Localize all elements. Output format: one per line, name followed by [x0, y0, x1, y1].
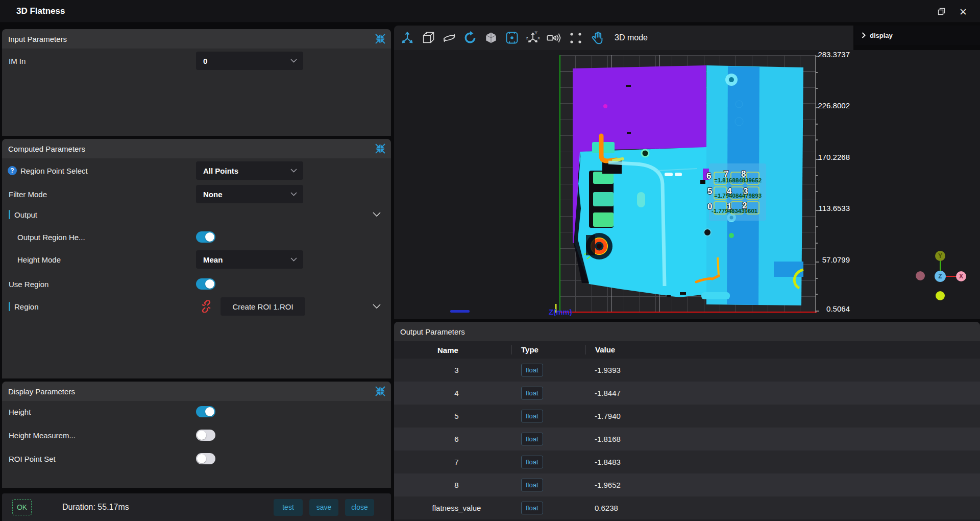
- height-mode-value: Mean: [203, 255, 223, 264]
- table-header-row: Name Type Value: [394, 341, 980, 359]
- svg-text:X: X: [959, 273, 963, 280]
- heightmap-pointcloud: 678 543 012 =1.816884839652 =1.794084479…: [559, 55, 821, 313]
- filter-mode-dropdown[interactable]: None: [196, 185, 303, 203]
- axes-3d-icon[interactable]: [399, 29, 415, 46]
- close-icon[interactable]: ✕: [957, 5, 970, 18]
- chevron-down-icon: [290, 59, 297, 63]
- height-mode-dropdown[interactable]: Mean: [196, 250, 303, 269]
- table-row[interactable]: 5 float -1.7940: [394, 405, 980, 428]
- z-tick-label: 0.5064: [809, 304, 850, 313]
- help-icon[interactable]: ?: [8, 166, 17, 175]
- computed-parameters-header: Computed Parameters: [2, 139, 391, 158]
- save-button[interactable]: save: [309, 499, 338, 516]
- cell-value: -1.8483: [585, 458, 980, 466]
- cell-name: 8: [394, 481, 511, 489]
- viewer-toolbar: YXz 3D mode: [394, 26, 853, 50]
- output-group-label: Output: [14, 210, 37, 219]
- height-row: Height: [2, 402, 391, 421]
- table-row[interactable]: 8 float -1.9652: [394, 473, 980, 496]
- svg-text:6: 6: [706, 171, 711, 181]
- cell-value: -1.9393: [585, 366, 980, 374]
- roi-point-set-label: ROI Point Set: [9, 455, 56, 463]
- input-parameters-section: Input Parameters IM In 0: [2, 29, 391, 136]
- region-point-select-row: ? Region Point Select All Points: [2, 159, 391, 182]
- table-row[interactable]: 4 float -1.8447: [394, 382, 980, 405]
- height-toggle[interactable]: [196, 406, 215, 417]
- region-group-label: Region: [14, 302, 39, 311]
- z-tick-label: 170.2268: [809, 153, 850, 161]
- region-group-row: Region Create ROI 1.ROI: [2, 295, 391, 318]
- cell-value: 0.6238: [585, 504, 980, 512]
- table-row[interactable]: 6 float -1.8168: [394, 428, 980, 451]
- height-measurement-toggle[interactable]: [196, 430, 215, 441]
- display-parameters-title: Display Parameters: [8, 387, 75, 396]
- type-badge: float: [521, 387, 543, 399]
- display-panel-header[interactable]: display: [854, 26, 980, 45]
- close-button[interactable]: close: [345, 499, 374, 516]
- height-measurement-label: Height Measurem...: [9, 431, 76, 440]
- column-value: Value: [585, 345, 980, 354]
- chevron-down-icon[interactable]: [373, 304, 381, 309]
- chevron-right-icon: [862, 32, 866, 38]
- cell-name: 5: [394, 412, 511, 420]
- computed-parameters-title: Computed Parameters: [8, 145, 85, 153]
- output-region-height-toggle[interactable]: [196, 231, 215, 243]
- im-in-row: IM In 0: [2, 51, 391, 71]
- viewer-mode-label: 3D mode: [615, 33, 648, 42]
- height-mode-row: Height Mode Mean: [2, 248, 391, 271]
- type-badge: float: [521, 364, 543, 376]
- region-point-select-dropdown[interactable]: All Points: [196, 161, 303, 180]
- collapse-icon[interactable]: [375, 143, 386, 154]
- create-roi-button[interactable]: Create ROI 1.ROI: [220, 297, 305, 316]
- solid-cube-icon[interactable]: [483, 29, 499, 46]
- height-mode-label: Height Mode: [17, 255, 61, 264]
- camera-view-icon[interactable]: [546, 29, 562, 46]
- chevron-down-icon[interactable]: [373, 212, 381, 217]
- table-row[interactable]: 7 float -1.8483: [394, 451, 980, 473]
- svg-text:Z: Z: [938, 273, 942, 280]
- type-badge: float: [521, 410, 543, 422]
- region-point-select-value: All Points: [203, 167, 238, 175]
- horizontal-scrollbar[interactable]: [450, 310, 470, 313]
- table-row[interactable]: 3 float -1.9393: [394, 359, 980, 382]
- drag-handle-dots-icon[interactable]: [567, 29, 585, 46]
- roi-point-set-toggle[interactable]: [196, 453, 215, 464]
- collapse-icon[interactable]: [375, 386, 386, 397]
- cell-name: 6: [394, 435, 511, 443]
- output-group-row[interactable]: Output: [2, 204, 391, 225]
- im-in-dropdown[interactable]: 0: [196, 52, 303, 70]
- reset-view-icon[interactable]: [462, 29, 478, 46]
- im-in-label: IM In: [9, 57, 26, 65]
- pan-hand-icon[interactable]: [590, 29, 606, 46]
- bounding-box-icon[interactable]: [420, 29, 436, 46]
- group-accent-bar: [9, 210, 10, 219]
- cell-name: 7: [394, 458, 511, 466]
- input-parameters-title: Input Parameters: [8, 35, 67, 43]
- table-row[interactable]: flatness_value float 0.6238: [394, 496, 980, 519]
- collapse-icon[interactable]: [375, 33, 386, 44]
- height-label: Height: [9, 408, 31, 416]
- svg-text:=1.816884839652: =1.816884839652: [714, 177, 762, 183]
- 3d-flatness-window: 3D Flatness ✕ Input Parameters IM In 0 C…: [0, 0, 980, 521]
- unlink-icon[interactable]: [200, 300, 212, 313]
- gizmo-neg-x[interactable]: [916, 271, 925, 280]
- orbit-rotate-icon[interactable]: [441, 29, 457, 46]
- viewer-canvas[interactable]: 678 543 012 =1.816884839652 =1.794084479…: [394, 50, 980, 319]
- svg-text:=1.794084479893: =1.794084479893: [714, 193, 762, 199]
- type-badge: float: [521, 479, 543, 491]
- filter-mode-label: Filter Mode: [9, 190, 47, 199]
- gizmo-neg-y[interactable]: [936, 291, 945, 300]
- filter-mode-value: None: [203, 190, 223, 199]
- computed-parameters-section: Computed Parameters ? Region Point Selec…: [2, 139, 391, 378]
- orientation-gizmo[interactable]: Y Z X: [910, 249, 973, 305]
- column-name: Name: [394, 346, 511, 354]
- use-region-toggle[interactable]: [196, 278, 215, 290]
- cell-value: -1.8168: [585, 435, 980, 443]
- test-button[interactable]: test: [274, 499, 303, 516]
- roi-point-set-row: ROI Point Set: [2, 449, 391, 468]
- fit-view-icon[interactable]: [504, 29, 520, 46]
- svg-text:Y: Y: [938, 252, 942, 259]
- create-roi-label: Create ROI 1.ROI: [232, 302, 293, 311]
- restore-window-icon[interactable]: [935, 5, 948, 18]
- axis-xyz-icon[interactable]: YXz: [525, 29, 541, 46]
